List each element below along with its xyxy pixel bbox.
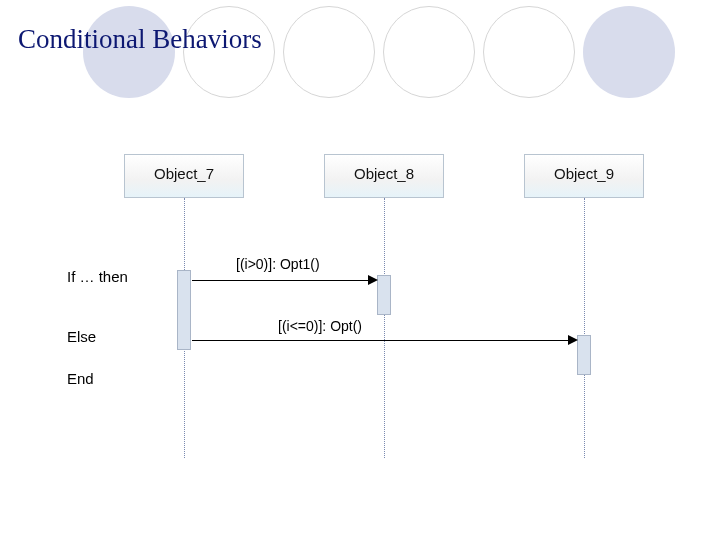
lifeline-object-9 bbox=[584, 198, 585, 458]
lifeline-object-8 bbox=[384, 198, 385, 458]
page-title: Conditional Behaviors bbox=[18, 24, 262, 55]
label-if-then: If … then bbox=[67, 268, 128, 285]
object-9-header: Object_9 bbox=[524, 154, 644, 198]
label-end: End bbox=[67, 370, 94, 387]
message-1-line bbox=[192, 280, 370, 281]
activation-object-9 bbox=[577, 335, 591, 375]
message-2-line bbox=[192, 340, 570, 341]
message-1-arrow-icon bbox=[368, 275, 378, 285]
activation-object-8 bbox=[377, 275, 391, 315]
message-2-label: [(i<=0)]: Opt() bbox=[278, 318, 362, 334]
message-1-label: [(i>0)]: Opt1() bbox=[236, 256, 320, 272]
bg-circle-4 bbox=[383, 6, 475, 98]
bg-circle-3 bbox=[283, 6, 375, 98]
activation-object-7 bbox=[177, 270, 191, 350]
label-else: Else bbox=[67, 328, 96, 345]
bg-circle-6 bbox=[583, 6, 675, 98]
object-8-header: Object_8 bbox=[324, 154, 444, 198]
object-7-header: Object_7 bbox=[124, 154, 244, 198]
message-2-arrow-icon bbox=[568, 335, 578, 345]
bg-circle-5 bbox=[483, 6, 575, 98]
